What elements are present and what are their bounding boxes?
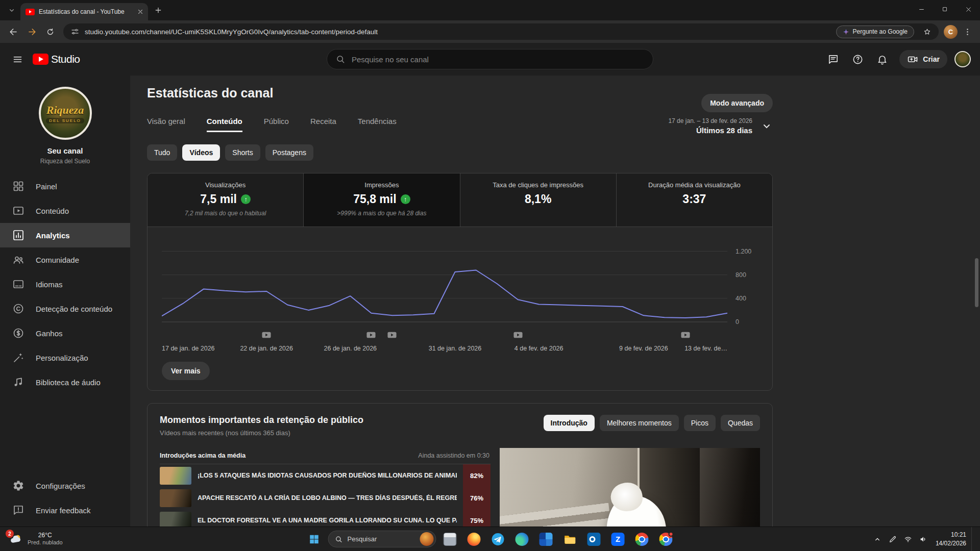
sidebar-footer-nav: ConfiguraçõesEnviar feedback bbox=[0, 473, 130, 527]
bookmark-star-icon[interactable] bbox=[919, 24, 935, 39]
sidebar-item-configuracoes[interactable]: Configurações bbox=[0, 473, 130, 498]
analytics-tab-p-blico[interactable]: Público bbox=[264, 117, 289, 132]
back-icon[interactable] bbox=[5, 23, 21, 40]
date-range-picker[interactable]: 17 de jan. – 13 de fev. de 2026 Últimos … bbox=[668, 117, 773, 135]
conteudo-icon bbox=[12, 205, 24, 217]
tray-wifi-icon[interactable] bbox=[901, 532, 915, 546]
retention-chip-picos[interactable]: Picos bbox=[684, 415, 716, 431]
taskbar-app-zalo[interactable]: Z bbox=[608, 529, 628, 549]
maximize-button[interactable] bbox=[933, 0, 957, 18]
metric-card-2[interactable]: Impressões75,8 mil↑>999% a mais do que h… bbox=[303, 173, 459, 227]
new-tab-button[interactable] bbox=[151, 3, 165, 17]
close-button[interactable] bbox=[957, 0, 980, 18]
search-input[interactable] bbox=[352, 55, 645, 64]
reload-icon[interactable] bbox=[42, 23, 58, 40]
chrome-icon bbox=[635, 533, 649, 546]
retention-table-row[interactable]: EL DOCTOR FORESTAL VE A UNA MADRE GORILA… bbox=[160, 509, 491, 527]
taskbar-app-window[interactable] bbox=[440, 529, 460, 549]
studio-logo[interactable]: Studio bbox=[33, 53, 80, 65]
taskbar-app-office[interactable] bbox=[536, 529, 556, 549]
help-icon[interactable] bbox=[847, 49, 868, 69]
analytics-tab-conte-do[interactable]: Conteúdo bbox=[207, 117, 242, 132]
metric-card-3[interactable]: Taxa de cliques de impressões8,1% bbox=[460, 173, 616, 227]
notifications-bell-icon[interactable] bbox=[872, 49, 892, 69]
taskbar-app-chrome-profile[interactable] bbox=[656, 529, 676, 549]
taskbar-app-telegram[interactable] bbox=[488, 529, 508, 549]
sidebar-item-analytics[interactable]: Analytics bbox=[0, 223, 130, 247]
tab-close-icon[interactable] bbox=[136, 7, 145, 16]
feedback-comment-icon[interactable] bbox=[823, 49, 843, 69]
taskbar-app-chrome[interactable] bbox=[632, 529, 652, 549]
overview-chart-card: Visualizações7,5 mil↑7,2 mil mais do que… bbox=[147, 173, 773, 391]
tray-pen-icon[interactable] bbox=[886, 532, 900, 546]
pinned-apps: Z bbox=[440, 529, 676, 549]
sidebar-item-ganhos[interactable]: Ganhos bbox=[0, 321, 130, 345]
sidebar-item-label: Painel bbox=[36, 182, 57, 191]
youtube-play-icon bbox=[33, 54, 48, 65]
taskbar-search[interactable]: Pesquisar bbox=[328, 531, 436, 547]
weather-widget[interactable]: 2 26°C Pred. nublado bbox=[4, 530, 68, 548]
sidebar-item-feedback[interactable]: Enviar feedback bbox=[0, 498, 130, 522]
filter-chip-tudo[interactable]: Tudo bbox=[147, 144, 177, 161]
retention-table-row[interactable]: ¡LOS 5 ATAQUES MÁS IDIOTAS CAUSADOS POR … bbox=[160, 464, 491, 487]
analytics-tab-tend-ncias[interactable]: Tendências bbox=[358, 117, 397, 132]
retention-table: Introduções acima da média Ainda assisti… bbox=[160, 448, 491, 527]
browser-menu-icon[interactable] bbox=[960, 24, 975, 39]
sidebar-item-conteudo[interactable]: Conteúdo bbox=[0, 198, 130, 223]
ask-google-button[interactable]: Pergunte ao Google bbox=[836, 26, 914, 38]
retention-chip-introdu-o[interactable]: Introdução bbox=[544, 415, 595, 431]
hamburger-menu-icon[interactable] bbox=[7, 49, 28, 69]
video-publish-marker-icon[interactable] bbox=[513, 331, 523, 340]
taskbar-app-outlook[interactable] bbox=[584, 529, 604, 549]
metric-card-1[interactable]: Visualizações7,5 mil↑7,2 mil mais do que… bbox=[148, 173, 303, 227]
forward-icon[interactable] bbox=[23, 23, 40, 40]
analytics-tab-receita[interactable]: Receita bbox=[310, 117, 336, 132]
tray-volume-icon[interactable] bbox=[916, 532, 930, 546]
metric-value: 75,8 mil↑ bbox=[353, 192, 410, 206]
content-filter-chips: TudoVídeosShortsPostagens bbox=[147, 144, 773, 161]
see-more-button[interactable]: Ver mais bbox=[162, 362, 210, 380]
sidebar-item-idiomas[interactable]: Idiomas bbox=[0, 272, 130, 296]
tray-chevron-up-icon[interactable] bbox=[870, 532, 885, 546]
analytics-tab-vis-o-geral[interactable]: Visão geral bbox=[147, 117, 185, 132]
svg-text:400: 400 bbox=[736, 295, 746, 302]
taskbar-app-edge[interactable] bbox=[512, 529, 532, 549]
sidebar-item-comunidade[interactable]: Comunidade bbox=[0, 247, 130, 272]
taskbar-app-folder[interactable] bbox=[560, 529, 580, 549]
video-publish-marker-icon[interactable] bbox=[262, 331, 271, 340]
filter-chip-shorts[interactable]: Shorts bbox=[225, 144, 260, 161]
browser-tab[interactable]: Estatísticas do canal - YouTube bbox=[20, 3, 148, 20]
site-settings-icon[interactable] bbox=[70, 27, 80, 36]
video-publish-marker-icon[interactable] bbox=[366, 331, 376, 340]
sidebar-item-personalizacao[interactable]: Personalização bbox=[0, 345, 130, 370]
sidebar-item-painel[interactable]: Painel bbox=[0, 174, 130, 198]
browser-profile-avatar[interactable]: C bbox=[944, 25, 958, 39]
sidebar-nav: PainelConteúdoAnalyticsComunidadeIdiomas… bbox=[0, 174, 130, 394]
studio-search-bar[interactable] bbox=[327, 49, 653, 69]
filter-chip-postagens[interactable]: Postagens bbox=[265, 144, 313, 161]
account-avatar[interactable] bbox=[954, 51, 971, 67]
video-publish-marker-icon[interactable] bbox=[387, 331, 397, 340]
metric-card-4[interactable]: Duração média da visualização3:37 bbox=[616, 173, 772, 227]
tab-search-icon[interactable] bbox=[4, 3, 19, 18]
retention-chip-melhores-momentos[interactable]: Melhores momentos bbox=[600, 415, 679, 431]
start-button[interactable] bbox=[304, 529, 325, 549]
retention-video-preview[interactable] bbox=[500, 448, 760, 527]
painel-icon bbox=[12, 180, 24, 192]
create-button[interactable]: Criar bbox=[899, 50, 947, 68]
address-bar[interactable]: studio.youtube.com/channel/UC-umiK5SKL0M… bbox=[63, 23, 939, 40]
video-publish-marker-icon[interactable] bbox=[681, 331, 690, 340]
retention-chip-quedas[interactable]: Quedas bbox=[721, 415, 760, 431]
retention-table-row[interactable]: APACHE RESCATÓ A LA CRÍA DE LOBO ALBINO … bbox=[160, 487, 491, 509]
sidebar-item-audio[interactable]: Biblioteca de áudio bbox=[0, 370, 130, 394]
show-desktop-button[interactable] bbox=[971, 527, 974, 551]
metric-value: 3:37 bbox=[682, 192, 706, 206]
channel-avatar[interactable]: Riqueza DEL SUELO bbox=[39, 87, 92, 140]
filter-chip-v-deos[interactable]: Vídeos bbox=[182, 144, 220, 161]
minimize-button[interactable] bbox=[910, 0, 933, 18]
taskbar-clock[interactable]: 10:21 14/02/2026 bbox=[936, 531, 966, 547]
sidebar-item-deteccao[interactable]: Detecção de conteúdo bbox=[0, 296, 130, 321]
scrollbar-thumb[interactable] bbox=[975, 258, 978, 307]
taskbar-app-firefox[interactable] bbox=[464, 529, 484, 549]
advanced-mode-button[interactable]: Modo avançado bbox=[701, 94, 773, 112]
